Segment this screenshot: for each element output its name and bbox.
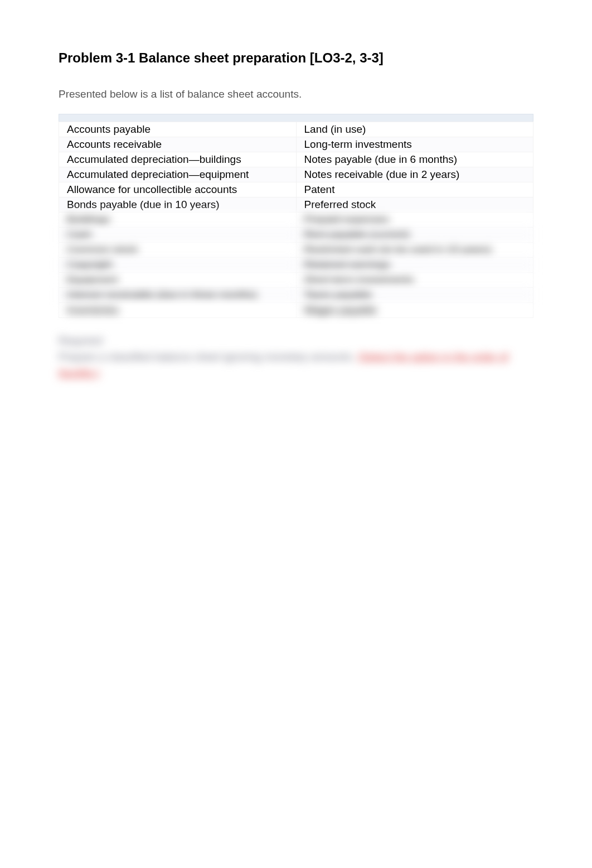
accounts-table: Accounts payableLand (in use)Accounts re… <box>59 122 533 318</box>
account-cell-right: Long-term investments <box>296 137 533 152</box>
account-cell-left-blurred: Copyright <box>59 258 297 273</box>
account-cell-right-blurred: Taxes payable <box>296 288 533 303</box>
account-row: Bonds payable (due in 10 years)Preferred… <box>59 197 533 213</box>
account-cell-left: Accumulated depreciation—buildings <box>59 152 297 167</box>
account-cell-right: Land (in use) <box>296 122 533 137</box>
account-row: Allowance for uncollectible accountsPate… <box>59 182 533 197</box>
account-cell-right-blurred: Rent payable (current) <box>296 228 533 243</box>
account-cell-right: Notes payable (due in 6 months) <box>296 152 533 167</box>
account-cell-left: Bonds payable (due in 10 years) <box>59 197 297 213</box>
account-row-blurred: CopyrightRetained earnings <box>59 258 533 273</box>
account-cell-left: Accumulated depreciation—equipment <box>59 167 297 182</box>
account-cell-left-blurred: Cash <box>59 228 297 243</box>
account-cell-right-blurred: Prepaid expenses <box>296 213 533 228</box>
intro-text: Presented below is a list of balance she… <box>59 88 533 100</box>
account-cell-right-blurred: Retained earnings <box>296 258 533 273</box>
account-row-blurred: BuildingsPrepaid expenses <box>59 213 533 228</box>
account-cell-left-blurred: Common stock <box>59 243 297 258</box>
problem-title: Problem 3-1 Balance sheet preparation [L… <box>59 50 533 66</box>
account-cell-right-blurred: Restricted cash (to be used in 10 years) <box>296 243 533 258</box>
account-row-blurred: CashRent payable (current) <box>59 228 533 243</box>
account-row-blurred: EquipmentShort-term investments <box>59 273 533 288</box>
account-row-blurred: InventoriesWages payable <box>59 303 533 318</box>
required-label: Required: <box>59 335 533 347</box>
table-header-bar <box>59 114 533 122</box>
account-cell-right: Notes receivable (due in 2 years) <box>296 167 533 182</box>
account-cell-left: Accounts payable <box>59 122 297 137</box>
account-cell-left: Accounts receivable <box>59 137 297 152</box>
account-cell-left-blurred: Inventories <box>59 303 297 318</box>
account-cell-right-blurred: Wages payable <box>296 303 533 318</box>
account-row: Accumulated depreciation—equipmentNotes … <box>59 167 533 182</box>
account-row: Accumulated depreciation—buildingsNotes … <box>59 152 533 167</box>
required-text-before: Prepare a classified balance sheet ignor… <box>59 351 355 363</box>
accounts-table-wrapper: Accounts payableLand (in use)Accounts re… <box>59 114 533 318</box>
account-cell-right-blurred: Short-term investments <box>296 273 533 288</box>
account-cell-right: Preferred stock <box>296 197 533 213</box>
account-row-blurred: Interest receivable (due in three months… <box>59 288 533 303</box>
account-row: Accounts receivableLong-term investments <box>59 137 533 152</box>
required-instruction: Prepare a classified balance sheet ignor… <box>59 349 533 381</box>
account-cell-left-blurred: Interest receivable (due in three months… <box>59 288 297 303</box>
account-cell-left: Allowance for uncollectible accounts <box>59 182 297 197</box>
account-cell-left-blurred: Buildings <box>59 213 297 228</box>
account-cell-right: Patent <box>296 182 533 197</box>
account-row-blurred: Common stockRestricted cash (to be used … <box>59 243 533 258</box>
required-section: Required: Prepare a classified balance s… <box>59 335 533 381</box>
account-cell-left-blurred: Equipment <box>59 273 297 288</box>
account-row: Accounts payableLand (in use) <box>59 122 533 137</box>
